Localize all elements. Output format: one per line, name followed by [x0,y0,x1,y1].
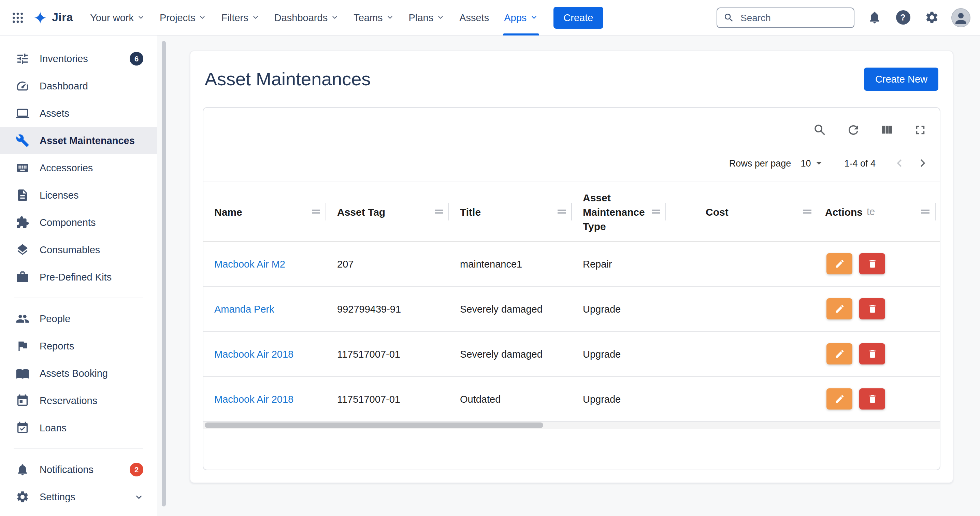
columns-icon[interactable] [878,121,895,138]
column-drag-handle-icon[interactable] [803,208,812,215]
search-icon[interactable] [811,121,828,138]
gear-icon [15,489,30,505]
edit-button[interactable] [826,298,853,319]
column-header-asset-tag[interactable]: Asset Tag [326,182,449,241]
delete-button[interactable] [859,389,885,409]
delete-button[interactable] [859,253,885,274]
column-drag-handle-icon[interactable] [557,208,566,215]
puzzle-icon [15,215,30,230]
gauge-icon [15,78,30,94]
sidebar-divider [14,448,143,449]
jira-logo-text: Jira [52,11,73,24]
sidebar-item-reports[interactable]: Reports [0,333,157,360]
sidebar-item-loans[interactable]: Loans [0,414,157,441]
actions-cell [816,242,940,287]
actions-cell [816,287,940,332]
asset-name-link[interactable]: Macbook Air M2 [204,258,326,269]
sidebar-item-components[interactable]: Components [0,209,157,236]
chevron-down-icon [199,14,207,21]
create-new-button[interactable]: Create New [864,68,939,91]
sidebar-item-accessories[interactable]: Accessories [0,154,157,182]
sidebar-item-asset-maintenances[interactable]: Asset Maintenances [0,127,157,154]
edit-button[interactable] [826,253,853,274]
column-header-asset-maintenance-type[interactable]: Asset Maintenance Type [572,182,695,241]
create-button[interactable]: Create [553,6,603,28]
title-cell: maintenance1 [449,258,572,269]
sidebar-item-assets-booking[interactable]: Assets Booking [0,360,157,387]
column-separator [935,203,935,220]
nav-item-assets[interactable]: Assets [452,0,496,35]
sidebar-item-licenses[interactable]: Licenses [0,182,157,209]
sidebar-item-pre-defined-kits[interactable]: Pre-Defined Kits [0,263,157,291]
search-input[interactable] [739,11,848,24]
jira-logo[interactable]: Jira [29,10,83,25]
sidebar-scrollbar-thumb[interactable] [162,41,166,506]
notifications-icon[interactable] [865,8,883,26]
asset-tag-cell: 207 [326,258,449,269]
asset-name-link[interactable]: Macbook Air 2018 [204,393,326,405]
sidebar-item-reservations[interactable]: Reservations [0,387,157,414]
nav-item-your-work[interactable]: Your work [83,0,152,35]
nav-item-plans[interactable]: Plans [401,0,452,35]
nav-item-teams[interactable]: Teams [346,0,401,35]
top-navigation: Jira Your work Projects Filters Dashboar… [0,0,980,35]
help-icon[interactable] [894,8,912,26]
column-header-name[interactable]: Name [204,182,326,241]
asset-tag-cell: 117517007-01 [326,349,449,359]
column-drag-handle-icon[interactable] [921,208,930,215]
global-search[interactable] [717,7,854,28]
settings-icon[interactable] [923,8,940,26]
sidebar-item-assets[interactable]: Assets [0,100,157,127]
nav-item-dashboards[interactable]: Dashboards [267,0,346,35]
column-drag-handle-icon[interactable] [651,208,660,215]
sidebar-item-dashboard[interactable]: Dashboard [0,72,157,100]
page-card: Asset Maintenances Create New [190,51,953,483]
rows-per-page-select[interactable]: 10 [800,157,825,169]
app-switcher-icon[interactable] [7,6,29,28]
column-drag-handle-icon[interactable] [434,208,444,215]
wrench-icon [15,133,30,148]
maintenance-type-cell: Repair [572,258,695,269]
sidebar-item-settings[interactable]: Settings [0,483,157,511]
previous-page-button[interactable] [888,151,911,175]
screen: Jira Your work Projects Filters Dashboar… [0,0,980,516]
title-cell: Severely damaged [449,349,572,359]
sidebar-divider [14,298,143,298]
actions-column: Actions te [816,182,940,422]
chevron-down-icon [437,14,444,21]
delete-button[interactable] [859,298,885,319]
user-avatar[interactable] [951,8,970,27]
column-header-cost[interactable]: Cost [695,182,818,241]
actions-cell [816,332,940,377]
asset-tag-cell: 117517007-01 [326,393,449,405]
sidebar-item-inventories[interactable]: Inventories 6 [0,45,157,72]
asset-tag-cell: 992799439-91 [326,303,449,314]
edit-button[interactable] [826,389,853,409]
laptop-icon [15,106,30,121]
sidebar: Inventories 6 Dashboard Assets Asset Mai… [0,35,157,516]
column-header-actions[interactable]: Actions te [816,182,940,242]
asset-name-link[interactable]: Amanda Perk [204,303,326,314]
sidebar-scrollbar [157,35,172,516]
rows-per-page-label: Rows per page [729,158,791,168]
search-icon [724,12,734,23]
horizontal-scrollbar-thumb[interactable] [205,422,544,428]
data-grid: Name Asset Tag Title [204,182,940,422]
refresh-icon[interactable] [845,121,861,138]
sidebar-item-consumables[interactable]: Consumables [0,236,157,263]
column-drag-handle-icon[interactable] [311,208,321,215]
nav-item-apps[interactable]: Apps [496,0,545,35]
nav-item-projects[interactable]: Projects [152,0,214,35]
actions-cell [816,377,940,422]
column-header-title[interactable]: Title [449,182,572,241]
sidebar-item-people[interactable]: People [0,305,157,333]
fullscreen-icon[interactable] [912,121,928,138]
hidden-column-fragment: te [867,206,921,217]
topnav-right [717,7,970,28]
next-page-button[interactable] [911,151,934,175]
edit-button[interactable] [826,343,853,365]
asset-name-link[interactable]: Macbook Air 2018 [204,349,326,359]
nav-item-filters[interactable]: Filters [214,0,267,35]
sidebar-item-notifications[interactable]: Notifications 2 [0,456,157,483]
delete-button[interactable] [859,343,885,365]
